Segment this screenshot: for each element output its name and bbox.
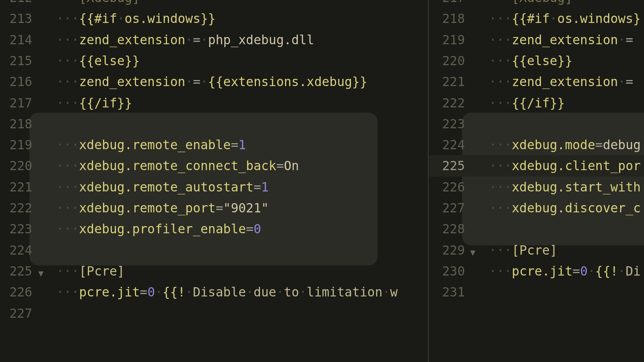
token-key: zend_extension <box>79 74 186 89</box>
code-line[interactable]: ···[Xdebug] <box>489 0 572 8</box>
code-line[interactable]: ···{{#if·os.windows}} <box>56 8 216 29</box>
token-op: = <box>193 74 200 89</box>
code-line[interactable]: ···zend_extension·=·php_xdebug.dll <box>56 29 314 50</box>
token-op: = <box>140 285 147 299</box>
whitespace: · <box>185 285 193 299</box>
left-gutter: 2122132142152162172182192202212222232242… <box>0 0 36 362</box>
token-op: = <box>595 138 603 152</box>
whitespace: ··· <box>489 243 512 257</box>
code-line[interactable]: ···zend_extension·= <box>489 29 633 50</box>
right-code[interactable]: ···[Xdebug]···{{#if·os.windows}···zend_e… <box>469 0 644 362</box>
code-line[interactable]: ···xdebug.discover_c <box>489 197 641 218</box>
code-line[interactable]: ···xdebug.profiler_enable=0 <box>56 218 261 239</box>
token-op: = <box>572 264 580 278</box>
line-number: 222 <box>9 197 32 218</box>
code-line[interactable]: ···{{/if}} <box>56 93 132 113</box>
token-key: os.windows}} <box>125 11 216 26</box>
token-op: = <box>246 222 254 236</box>
token-plain: due <box>254 285 277 299</box>
token-key: zend_extension <box>512 33 618 47</box>
code-line[interactable]: ···zend_extension·= <box>489 71 633 92</box>
code-line[interactable]: ···[Pcre] <box>489 240 557 261</box>
whitespace: ··· <box>56 53 79 68</box>
line-number: 225 <box>9 261 32 282</box>
whitespace: ··· <box>56 11 79 26</box>
line-number: 218 <box>442 8 465 29</box>
token-num: 1 <box>261 180 269 194</box>
right-pane[interactable]: 2172182192202212222232242252262272282292… <box>429 0 644 362</box>
line-number: 214 <box>9 29 32 50</box>
whitespace: · <box>155 285 163 299</box>
code-line[interactable]: ···xdebug.remote_connect_back=On <box>56 155 299 176</box>
line-number: 221 <box>9 177 32 197</box>
line-number: 219 <box>9 134 32 155</box>
line-number: 224 <box>442 134 465 155</box>
token-plain: to <box>284 285 299 299</box>
line-number: 227 <box>9 303 32 324</box>
whitespace: · <box>299 285 307 299</box>
code-line[interactable]: ···xdebug.remote_port="9021" <box>56 197 269 218</box>
token-num: 0 <box>147 285 155 299</box>
token-key: xdebug.start_with <box>512 180 641 194</box>
token-num: 0 <box>254 222 261 236</box>
whitespace: · <box>382 285 390 299</box>
line-number: 230 <box>442 261 465 282</box>
code-line[interactable]: ···{{else}} <box>56 50 140 71</box>
line-number: 227 <box>442 197 465 218</box>
whitespace: ··· <box>489 158 512 173</box>
token-op: = <box>231 138 238 152</box>
token-plain: Di <box>625 264 641 278</box>
line-number: 217 <box>9 93 32 113</box>
token-key: {{/if}} <box>79 96 132 110</box>
code-line[interactable]: ···xdebug.remote_autostart=1 <box>56 177 269 197</box>
whitespace: ··· <box>489 264 512 278</box>
code-line[interactable]: ···{{#if·os.windows} <box>489 8 641 29</box>
code-line[interactable]: ···xdebug.start_with <box>489 177 641 197</box>
line-number: 224 <box>9 240 32 261</box>
whitespace: · <box>618 33 625 47</box>
token-key: xdebug.mode <box>512 138 595 152</box>
token-plain: w <box>390 285 398 299</box>
code-line[interactable]: ···pcre.jit=0·{{!·Di <box>489 261 641 282</box>
left-code[interactable]: ···[Xdebug]···{{#if·os.windows}}···zend_… <box>36 0 428 362</box>
code-line[interactable]: ···xdebug.mode=debug <box>489 134 641 155</box>
left-pane[interactable]: 2122132142152162172182192202212222232242… <box>0 0 428 362</box>
whitespace: ··· <box>489 11 512 26</box>
token-key: zend_extension <box>512 74 618 89</box>
token-key: pcre.jit <box>79 285 140 299</box>
token-str: php_xdebug.dll <box>208 33 314 47</box>
token-key: xdebug.profiler_enable <box>79 222 246 236</box>
whitespace: ··· <box>56 285 79 299</box>
code-line[interactable]: ···xdebug.remote_enable=1 <box>56 134 246 155</box>
whitespace: ··· <box>56 158 79 173</box>
token-key: zend_extension <box>79 33 186 47</box>
token-key: xdebug.remote_port <box>79 201 216 215</box>
whitespace: ··· <box>56 222 79 236</box>
token-key: pcre.jit <box>512 264 573 278</box>
token-plain: Disable <box>193 285 246 299</box>
line-number: 226 <box>442 177 465 197</box>
token-str: On <box>284 158 299 173</box>
line-number: 223 <box>9 218 32 239</box>
line-number: 215 <box>9 50 32 71</box>
whitespace: · <box>588 264 595 278</box>
token-key: {{else}} <box>79 53 140 68</box>
token-key: {{#if <box>79 11 117 26</box>
code-line[interactable]: ···[Pcre] <box>56 261 125 282</box>
code-line[interactable]: ···{{/if}} <box>489 93 565 113</box>
whitespace: · <box>550 11 557 26</box>
token-op: = <box>216 201 223 215</box>
token-str: "9021" <box>223 201 269 215</box>
line-number: 221 <box>442 71 465 92</box>
diff-viewer[interactable]: 2122132142152162172182192202212222232242… <box>0 0 644 362</box>
token-op: = <box>254 180 261 194</box>
code-line[interactable]: ···{{else}} <box>489 50 572 71</box>
whitespace: · <box>200 33 208 47</box>
code-line[interactable]: ···xdebug.client_por <box>489 155 641 176</box>
code-line[interactable]: ···zend_extension·=·{{extensions.xdebug}… <box>56 71 367 92</box>
code-line[interactable]: ···pcre.jit=0·{{!·Disable·due·to·limitat… <box>56 282 398 302</box>
code-line[interactable]: ···[Xdebug] <box>56 0 140 8</box>
whitespace: ··· <box>56 201 79 215</box>
line-number: 213 <box>9 8 32 29</box>
line-number: 220 <box>442 50 465 71</box>
